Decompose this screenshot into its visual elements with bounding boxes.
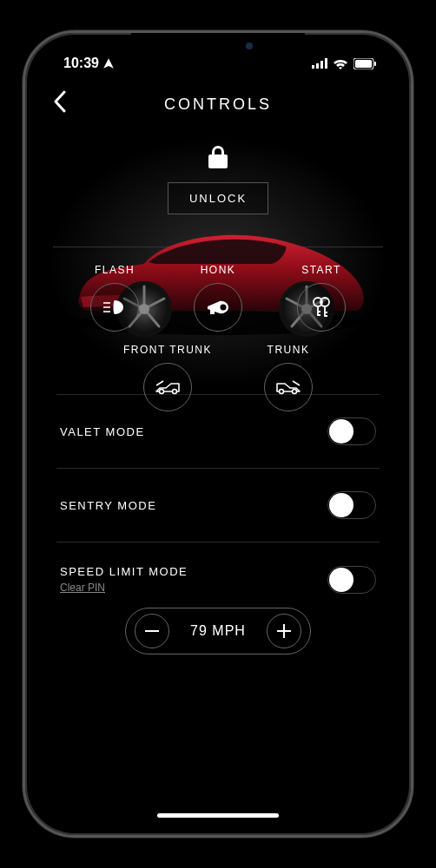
speed-limit-toggle[interactable] — [327, 566, 376, 594]
location-icon — [102, 57, 115, 69]
key-icon — [310, 296, 333, 319]
svg-rect-34 — [145, 630, 159, 632]
trunk-label: TRUNK — [268, 344, 310, 356]
flash-button[interactable]: FLASH — [90, 264, 139, 332]
notch — [131, 33, 305, 59]
svg-rect-0 — [312, 65, 314, 69]
phone-frame: 10:39 CONTROLS — [23, 30, 413, 838]
battery-icon — [353, 58, 376, 69]
sentry-mode-toggle[interactable] — [327, 491, 376, 519]
svg-rect-3 — [325, 58, 327, 69]
valet-mode-toggle[interactable] — [327, 418, 376, 445]
speed-limit-row: SPEED LIMIT MODE Clear PIN — [36, 542, 400, 604]
speed-limit-label: SPEED LIMIT MODE — [60, 565, 188, 578]
wifi-icon — [333, 58, 348, 69]
svg-point-27 — [221, 305, 227, 311]
svg-point-31 — [173, 390, 177, 394]
minus-icon — [145, 630, 159, 632]
sentry-mode-label: SENTRY MODE — [60, 499, 156, 512]
lock-icon — [208, 146, 228, 172]
speed-increase-button[interactable] — [267, 614, 301, 648]
svg-rect-2 — [320, 61, 323, 69]
horn-icon — [206, 299, 230, 315]
header: CONTROLS — [36, 83, 400, 125]
headlight-icon — [102, 299, 127, 316]
start-button[interactable]: START — [297, 264, 346, 332]
home-indicator[interactable] — [157, 813, 279, 818]
status-time: 10:39 — [63, 56, 99, 71]
svg-point-32 — [280, 390, 284, 394]
unlock-button[interactable]: UNLOCK — [168, 182, 268, 214]
speed-decrease-button[interactable] — [135, 614, 169, 648]
sentry-mode-row: SENTRY MODE — [36, 469, 400, 542]
frunk-icon — [154, 379, 182, 395]
honk-label: HONK — [201, 264, 236, 276]
trunk-icon — [274, 379, 302, 395]
svg-point-30 — [160, 390, 164, 394]
valet-mode-label: VALET MODE — [60, 425, 145, 438]
car-area: UNLOCK — [36, 125, 400, 394]
svg-rect-6 — [374, 62, 376, 66]
screen: 10:39 CONTROLS — [36, 43, 400, 825]
svg-point-33 — [293, 390, 297, 394]
svg-rect-36 — [277, 630, 291, 632]
page-title: CONTROLS — [164, 95, 272, 114]
svg-rect-1 — [316, 63, 319, 69]
back-button[interactable] — [53, 90, 67, 119]
speed-value: 79 MPH — [169, 623, 267, 639]
start-label: START — [301, 264, 341, 276]
speed-stepper: 79 MPH — [36, 608, 400, 672]
svg-rect-5 — [355, 60, 372, 68]
flash-label: FLASH — [95, 264, 135, 276]
signal-icon — [312, 58, 327, 69]
front-trunk-button[interactable]: FRONT TRUNK — [123, 344, 212, 411]
trunk-button[interactable]: TRUNK — [264, 344, 313, 411]
honk-button[interactable]: HONK — [194, 264, 242, 332]
plus-icon — [277, 624, 291, 638]
front-trunk-label: FRONT TRUNK — [123, 344, 212, 356]
clear-pin-link[interactable]: Clear PIN — [60, 582, 188, 594]
